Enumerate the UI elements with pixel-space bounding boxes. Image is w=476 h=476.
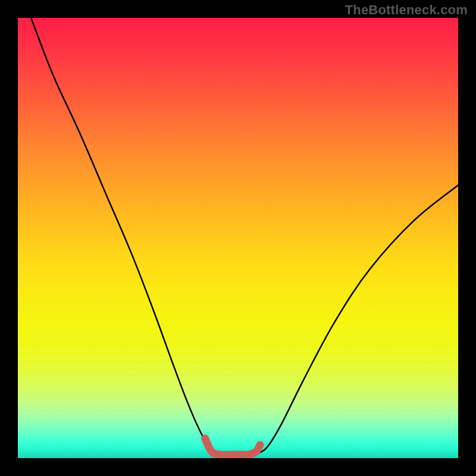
red-emphasis-floor — [205, 439, 261, 455]
chart-frame: TheBottleneck.com — [0, 0, 476, 476]
black-curve — [31, 18, 458, 456]
curve-svg — [18, 18, 458, 458]
plot-area — [18, 18, 458, 458]
watermark-text: TheBottleneck.com — [345, 2, 468, 18]
